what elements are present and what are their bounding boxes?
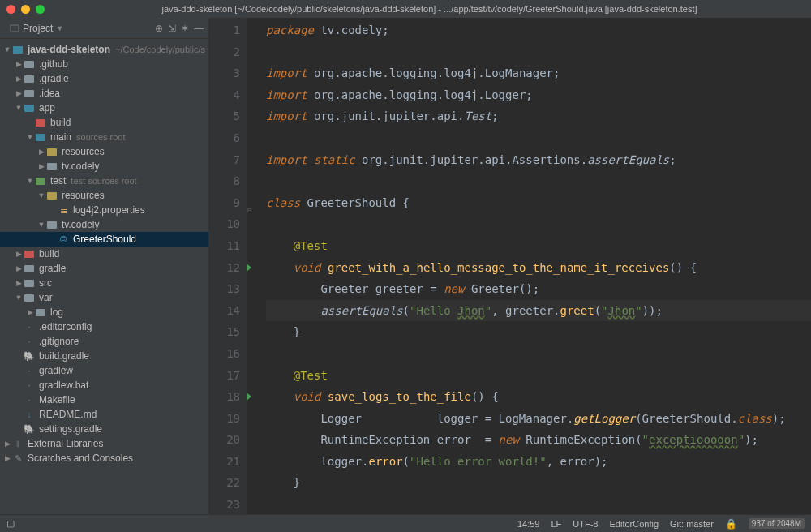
tree-item[interactable]: resources xyxy=(0,188,208,203)
tree-root[interactable]: java-ddd-skeleton~/Code/codely/public/s xyxy=(0,42,208,57)
tree-item[interactable]: testtest sources root xyxy=(0,174,208,188)
minimize-window-button[interactable] xyxy=(21,5,30,14)
tree-item[interactable]: ⫴External Libraries xyxy=(0,436,208,451)
tree-item[interactable]: app xyxy=(0,101,208,115)
project-title: Project xyxy=(23,23,53,34)
tree-item[interactable]: mainsources root xyxy=(0,130,208,144)
window-title: java-ddd-skeleton [~/Code/codely/public/… xyxy=(54,4,805,14)
project-sidebar: Project ▼ ⊕ ⇲ ✶ — java-ddd-skeleton~/Cod… xyxy=(0,18,209,514)
tree-item[interactable]: ∙Makefile xyxy=(0,393,208,407)
tree-item[interactable]: .idea xyxy=(0,86,208,101)
tree-item[interactable]: log xyxy=(0,305,208,320)
editor-code[interactable]: package tv.codely;import org.apache.logg… xyxy=(247,18,811,514)
tree-item[interactable]: tv.codely xyxy=(0,159,208,174)
line-separator[interactable]: LF xyxy=(551,519,561,529)
git-branch[interactable]: Git: master xyxy=(670,519,714,529)
titlebar: java-ddd-skeleton [~/Code/codely/public/… xyxy=(0,0,811,18)
tree-item[interactable]: ∙.gitignore xyxy=(0,334,208,349)
close-window-button[interactable] xyxy=(6,5,15,14)
memory-indicator[interactable]: 937 of 2048M xyxy=(749,518,805,529)
settings-icon[interactable]: ✶ xyxy=(181,23,189,34)
file-encoding[interactable]: UTF-8 xyxy=(573,519,598,529)
tree-item[interactable]: build xyxy=(0,247,208,261)
svg-rect-0 xyxy=(11,25,19,32)
tree-item[interactable]: ∙.editorconfig xyxy=(0,320,208,334)
window-controls xyxy=(6,5,45,14)
status-bar: ▢ 14:59 LF UTF-8 EditorConfig Git: maste… xyxy=(0,514,811,532)
tree-item[interactable]: ©GreeterShould xyxy=(0,232,208,247)
project-icon xyxy=(10,24,19,33)
readonly-lock-icon[interactable]: 🔒 xyxy=(725,518,737,530)
main-area: Project ▼ ⊕ ⇲ ✶ — java-ddd-skeleton~/Cod… xyxy=(0,18,811,514)
code-style[interactable]: EditorConfig xyxy=(609,519,659,529)
collapse-icon[interactable]: — xyxy=(194,23,204,34)
tree-item[interactable]: ✎Scratches and Consoles xyxy=(0,451,208,466)
tree-item[interactable]: ∙gradlew xyxy=(0,363,208,378)
tree-item[interactable]: ↓README.md xyxy=(0,407,208,422)
tree-item[interactable]: src xyxy=(0,276,208,290)
tree-item[interactable]: var xyxy=(0,290,208,305)
dropdown-icon[interactable]: ▼ xyxy=(56,24,63,32)
code-editor[interactable]: 123456789⊟1011121314151617181920212223 p… xyxy=(209,18,811,514)
statusbar-left-icon[interactable]: ▢ xyxy=(6,518,15,529)
tree-item[interactable]: .github xyxy=(0,57,208,71)
maximize-window-button[interactable] xyxy=(36,5,45,14)
tree-item[interactable]: tv.codely xyxy=(0,217,208,232)
tree-item[interactable]: .gradle xyxy=(0,71,208,86)
tree-item[interactable]: 🐘settings.gradle xyxy=(0,422,208,436)
caret-position[interactable]: 14:59 xyxy=(517,519,540,529)
expand-icon[interactable]: ⇲ xyxy=(168,23,176,34)
editor-gutter[interactable]: 123456789⊟1011121314151617181920212223 xyxy=(209,18,247,514)
project-tool-header[interactable]: Project ▼ ⊕ ⇲ ✶ — xyxy=(0,18,208,39)
tree-item[interactable]: build xyxy=(0,115,208,130)
project-tree[interactable]: java-ddd-skeleton~/Code/codely/public/s.… xyxy=(0,39,208,514)
tree-item[interactable]: gradle xyxy=(0,261,208,276)
locate-icon[interactable]: ⊕ xyxy=(155,23,163,34)
tree-item[interactable]: ∙gradlew.bat xyxy=(0,378,208,393)
tree-item[interactable]: ≣log4j2.properties xyxy=(0,203,208,217)
tree-item[interactable]: 🐘build.gradle xyxy=(0,349,208,363)
tree-item[interactable]: resources xyxy=(0,144,208,159)
